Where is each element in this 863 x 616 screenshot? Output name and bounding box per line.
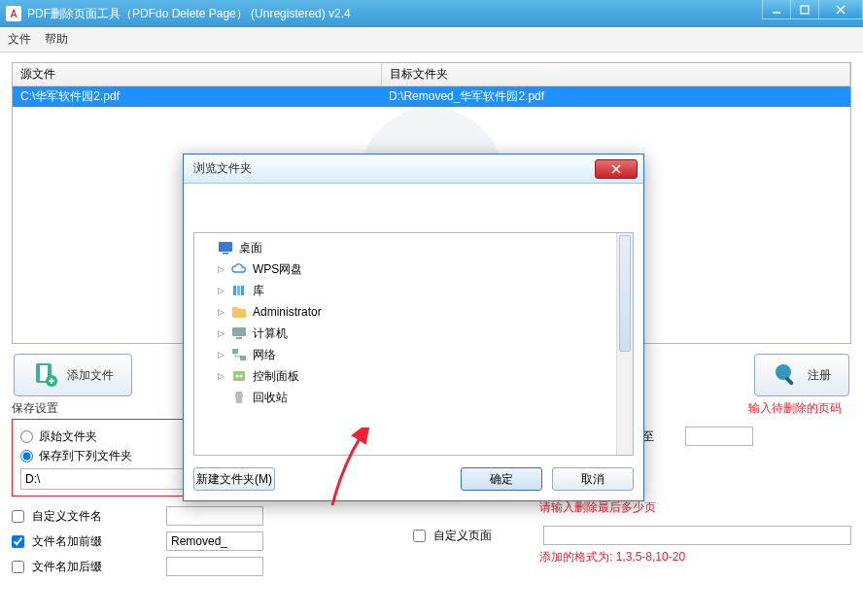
svg-rect-13 xyxy=(237,286,240,295)
chk-suffix-label: 文件名加后缀 xyxy=(32,559,158,575)
dialog-titlebar[interactable]: 浏览文件夹 xyxy=(184,154,643,184)
folder-tree[interactable]: 桌面 ▷WPS网盘 ▷库 ▷Administrator ▷计算机 ▷网络 ▷控制… xyxy=(193,232,634,456)
radio-below-label: 保存到下列文件夹 xyxy=(39,448,132,464)
chk-custom-name[interactable] xyxy=(12,510,24,523)
svg-rect-10 xyxy=(219,242,232,252)
svg-rect-24 xyxy=(236,392,242,394)
browse-folder-dialog: 浏览文件夹 桌面 ▷WPS网盘 ▷库 ▷Administrator ▷计算机 ▷… xyxy=(183,154,644,501)
expand-icon[interactable]: ▷ xyxy=(216,264,225,274)
dialog-title: 浏览文件夹 xyxy=(193,160,595,177)
suffix-input[interactable] xyxy=(166,557,263,576)
chk-custom-name-label: 自定义文件名 xyxy=(32,508,158,525)
chk-custom-pages[interactable] xyxy=(413,530,426,542)
svg-rect-18 xyxy=(236,337,242,339)
expand-icon[interactable]: ▷ xyxy=(216,328,225,338)
tree-scrollbar[interactable] xyxy=(616,233,633,455)
lbl-custom-pages: 自定义页面 xyxy=(433,528,535,544)
svg-rect-21 xyxy=(233,371,245,381)
tree-item[interactable]: ▷库 xyxy=(196,280,614,301)
range-to-input[interactable] xyxy=(685,427,753,446)
hint-last: 请输入删除最后多少页 xyxy=(539,499,851,516)
tree-item[interactable]: ▷WPS网盘 xyxy=(196,258,614,280)
dialog-footer: 新建文件夹(M) 确定 取消 xyxy=(184,458,643,500)
table-row[interactable]: C:\华军软件园2.pdf D:\Removed_华军软件园2.pdf xyxy=(13,86,850,108)
user-icon xyxy=(231,304,247,320)
svg-rect-7 xyxy=(784,376,794,386)
recycle-bin-icon xyxy=(231,390,247,405)
expand-icon[interactable]: ▷ xyxy=(216,286,225,295)
cell-source: C:\华军软件园2.pdf xyxy=(13,86,381,108)
file-table: 源文件 目标文件夹 C:\华军软件园2.pdf D:\Removed_华军软件园… xyxy=(13,63,850,107)
svg-point-22 xyxy=(236,375,239,378)
expand-icon[interactable]: ▷ xyxy=(216,371,225,381)
filename-options: 自定义文件名 文件名加前缀 文件名加后缀 xyxy=(12,506,405,576)
scrollbar-thumb[interactable] xyxy=(619,235,631,352)
add-file-button[interactable]: 添加文件 xyxy=(14,354,132,396)
prefix-input[interactable] xyxy=(166,531,263,551)
col-source[interactable]: 源文件 xyxy=(13,63,381,86)
register-label: 注册 xyxy=(808,367,831,384)
tree-item[interactable]: ▷Administrator xyxy=(196,301,614,323)
ok-button[interactable]: 确定 xyxy=(461,467,542,491)
svg-rect-16 xyxy=(232,307,238,310)
menubar: 文件 帮助 xyxy=(0,27,863,52)
chk-suffix[interactable] xyxy=(12,561,24,573)
desktop-icon xyxy=(218,240,233,256)
expand-icon[interactable]: ▷ xyxy=(216,350,225,359)
chk-prefix[interactable] xyxy=(12,535,24,548)
library-icon xyxy=(231,283,247,298)
register-button[interactable]: 注册 xyxy=(754,354,849,396)
radio-below-input[interactable] xyxy=(20,450,33,462)
custom-pages-input[interactable] xyxy=(543,526,851,545)
svg-rect-15 xyxy=(232,309,246,318)
new-folder-button[interactable]: 新建文件夹(M) xyxy=(193,467,275,491)
window-titlebar: A PDF删除页面工具（PDFdo Delete Page） (Unregist… xyxy=(0,0,863,27)
add-file-icon xyxy=(32,361,59,389)
svg-rect-17 xyxy=(232,327,246,336)
cloud-icon xyxy=(231,261,247,277)
tree-root[interactable]: 桌面 xyxy=(196,237,614,258)
svg-rect-1 xyxy=(801,6,809,14)
col-target[interactable]: 目标文件夹 xyxy=(381,63,849,86)
menu-help[interactable]: 帮助 xyxy=(45,31,68,48)
svg-point-23 xyxy=(240,375,243,378)
radio-original-input[interactable] xyxy=(20,430,33,443)
svg-rect-11 xyxy=(223,253,228,255)
tree-item[interactable]: ▷控制面板 xyxy=(196,365,614,387)
tree-item[interactable]: 回收站 xyxy=(196,387,614,408)
menu-file[interactable]: 文件 xyxy=(8,31,31,48)
app-icon: A xyxy=(6,6,21,21)
svg-rect-14 xyxy=(241,286,244,295)
hint-format: 添加的格式为: 1,3,5-8,10-20 xyxy=(539,549,851,565)
svg-rect-19 xyxy=(232,349,238,354)
register-icon xyxy=(773,361,800,389)
control-panel-icon xyxy=(231,368,247,384)
window-controls xyxy=(763,0,863,27)
custom-name-input[interactable] xyxy=(166,506,263,526)
network-icon xyxy=(231,347,247,362)
close-button[interactable] xyxy=(818,0,863,19)
tree-item[interactable]: ▷网络 xyxy=(196,344,614,365)
window-title: PDF删除页面工具（PDFdo Delete Page） (Unregister… xyxy=(27,6,763,22)
maximize-button[interactable] xyxy=(790,0,819,19)
radio-original-label: 原始文件夹 xyxy=(39,428,97,445)
cell-target: D:\Removed_华军软件园2.pdf xyxy=(381,86,849,108)
minimize-button[interactable] xyxy=(762,0,791,19)
dialog-close-button[interactable] xyxy=(595,159,638,179)
expand-icon[interactable]: ▷ xyxy=(216,307,225,317)
dialog-body: 桌面 ▷WPS网盘 ▷库 ▷Administrator ▷计算机 ▷网络 ▷控制… xyxy=(184,184,643,458)
tree-item[interactable]: ▷计算机 xyxy=(196,323,614,344)
computer-icon xyxy=(231,325,247,341)
svg-rect-12 xyxy=(233,286,236,295)
add-file-label: 添加文件 xyxy=(67,367,114,384)
cancel-button[interactable]: 取消 xyxy=(552,467,634,491)
chk-prefix-label: 文件名加前缀 xyxy=(32,533,158,550)
